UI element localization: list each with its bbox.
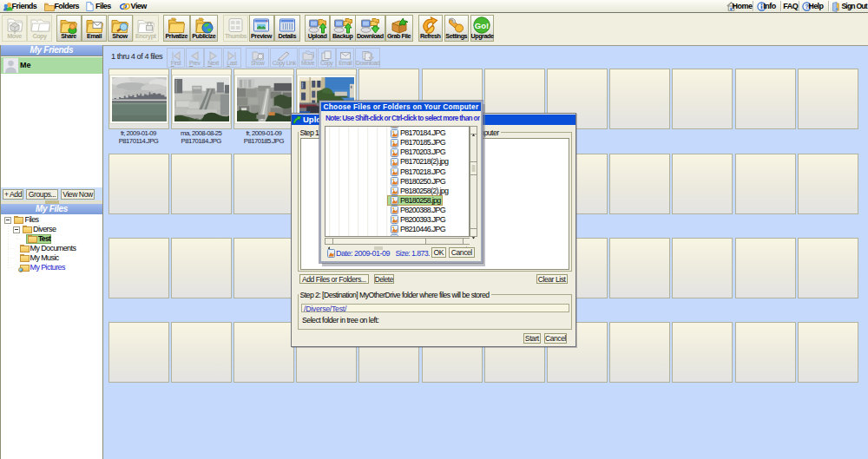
svg-text:Go!: Go! [475,21,489,30]
